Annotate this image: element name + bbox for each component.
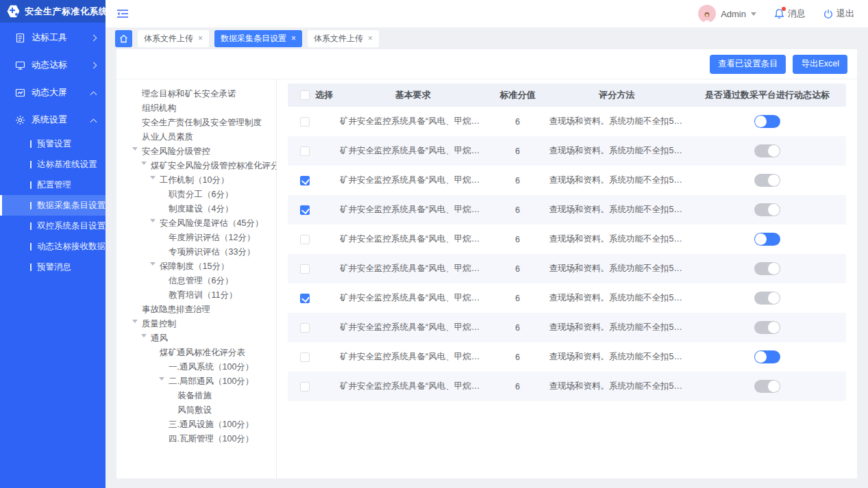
caret-down-icon — [132, 317, 142, 331]
row-checkbox[interactable] — [300, 235, 310, 244]
tab[interactable]: 数据采集条目设置 × — [214, 30, 302, 47]
sidebar-submenu-item[interactable]: 配置管理 — [0, 175, 106, 195]
tree-item[interactable]: 安全风险便是评估（45分） — [116, 216, 276, 231]
tree-item[interactable]: 从业人员素质 — [116, 130, 276, 144]
row-checkbox[interactable] — [300, 264, 310, 274]
messages-button[interactable]: 消息 — [774, 8, 806, 20]
sidebar-submenu-item[interactable]: 达标基准线设置 — [0, 154, 106, 175]
tree-item-label: 安全生产责任制及安全管理制度 — [142, 118, 262, 127]
column-requirement: 基本要求 — [336, 89, 491, 101]
table-row: 矿井安全监控系统具备“风电、甲烷电、故障”闭锁及手... 6 查现场和资料。系统… — [288, 342, 846, 372]
user-menu[interactable]: Admin — [698, 5, 756, 23]
dynamic-toggle[interactable] — [754, 203, 780, 216]
dynamic-toggle[interactable] — [754, 380, 780, 393]
sidebar-submenu-item[interactable]: 预警消息 — [0, 257, 106, 277]
tree-item[interactable]: 信息管理（6分） — [116, 274, 276, 288]
tree-item[interactable]: 制度建设（4分） — [116, 202, 276, 216]
tree-item[interactable]: 教育培训（11分） — [116, 288, 276, 303]
sidebar-item-label: 动态达标 — [32, 59, 85, 71]
dynamic-toggle[interactable] — [754, 174, 780, 187]
tab[interactable]: 体系文件上传 × — [138, 30, 209, 47]
tree-item-label: 装备措施 — [177, 391, 212, 400]
tree-item[interactable]: 三.通风设施（100分） — [116, 418, 276, 432]
sidebar-item-dynamic-dashboard[interactable]: 动态大屏 — [0, 79, 106, 106]
tree-item[interactable]: 煤矿通风标准化评分表 — [116, 346, 276, 360]
dynamic-toggle[interactable] — [754, 115, 780, 128]
chevron-up-icon — [90, 118, 97, 125]
dynamic-toggle[interactable] — [754, 233, 780, 246]
dynamic-toggle[interactable] — [754, 350, 780, 363]
tree-item[interactable]: 二.局部通风（100分） — [116, 374, 276, 389]
export-excel-button[interactable]: 导出Excel — [793, 55, 847, 74]
sidebar-submenu-item[interactable]: 动态达标接收数据 — [0, 236, 106, 257]
tree-item[interactable]: 年度辨识评估（12分） — [116, 231, 276, 245]
sidebar-item-dynamic-standard[interactable]: 动态达标 — [0, 51, 106, 79]
tree-item-label: 年度辨识评估（12分） — [169, 233, 255, 242]
tree-item[interactable]: 专项辨识评估（33分） — [116, 245, 276, 259]
sidebar-item-system-settings[interactable]: 系统设置 — [0, 106, 106, 133]
tree-item[interactable]: 通风 — [116, 331, 276, 346]
tree-item[interactable]: 风筒敷设 — [116, 403, 276, 418]
tree-item[interactable]: 组织机构 — [116, 101, 276, 116]
category-tree: 理念目标和矿长安全承诺 组织机构 安全生产责任制及安全管理制度 从业人员素质 安… — [116, 79, 277, 478]
dynamic-toggle[interactable] — [754, 262, 780, 275]
method-cell: 查现场和资料。系统功能不全扣5分，其他不... — [545, 381, 689, 392]
sidebar-submenu-item[interactable]: 数据采集条目设置 — [0, 195, 106, 216]
row-checkbox[interactable] — [300, 205, 310, 215]
row-checkbox[interactable] — [300, 352, 310, 362]
gear-icon — [15, 115, 25, 125]
tree-item-label: 工作机制（10分） — [160, 175, 229, 185]
caret-down-icon — [751, 12, 756, 18]
tab-label: 体系文件上传 — [314, 33, 363, 44]
tree-item[interactable]: 事故隐患排查治理 — [116, 303, 276, 317]
sidebar-submenu-item[interactable]: 双控系统条目设置 — [0, 216, 106, 236]
close-icon[interactable]: × — [291, 34, 296, 42]
row-checkbox[interactable] — [300, 382, 310, 391]
tree-item-label: 信息管理（6分） — [169, 276, 233, 285]
table-body: 矿井安全监控系统具备“风电、甲烷电、故障”闭锁及手... 6 查现场和资料。系统… — [288, 107, 846, 401]
notification-dot — [782, 7, 786, 11]
tree-item-label: 风筒敷设 — [177, 405, 212, 415]
sidebar-item-label: 达标工具 — [32, 31, 85, 44]
row-checkbox[interactable] — [300, 117, 310, 127]
tree-item-label: 教育培训（11分） — [169, 290, 237, 300]
close-icon[interactable]: × — [368, 34, 373, 42]
row-checkbox[interactable] — [300, 294, 310, 303]
monitor-icon — [15, 60, 25, 70]
close-icon[interactable]: × — [198, 34, 203, 42]
tree-item[interactable]: 质量控制 — [116, 317, 276, 331]
tree-item[interactable]: 一.通风系统（100分） — [116, 360, 276, 374]
tree-item[interactable]: 理念目标和矿长安全承诺 — [116, 87, 276, 101]
tree-item[interactable]: 装备措施 — [116, 389, 276, 403]
tree-item[interactable]: 四.瓦斯管理（100分） — [116, 432, 276, 446]
top-header: Admin 消息 退出 — [106, 0, 868, 27]
dynamic-toggle[interactable] — [754, 292, 780, 305]
tree-item[interactable]: 安全风险分级管控 — [116, 144, 276, 159]
table-row: 矿井安全监控系统具备“风电、甲烷电、故障”闭锁及手... 6 查现场和资料。系统… — [288, 313, 846, 342]
row-checkbox[interactable] — [300, 323, 310, 333]
row-checkbox[interactable] — [300, 146, 310, 156]
messages-label: 消息 — [788, 8, 806, 20]
tab[interactable]: 体系文件上传 × — [308, 30, 379, 47]
tree-item[interactable]: 保障制度（15分） — [116, 259, 276, 274]
tree-item[interactable]: 工作机制（10分） — [116, 173, 276, 188]
sidebar-item-standard-tools[interactable]: 达标工具 — [0, 24, 106, 51]
toggle-knob — [755, 116, 767, 127]
tab-label: 数据采集条目设置 — [221, 33, 286, 44]
sidebar-submenu-item[interactable]: 预警设置 — [0, 133, 106, 154]
row-checkbox[interactable] — [300, 176, 310, 185]
collapse-sidebar-icon[interactable] — [116, 9, 129, 18]
tree-item-label: 专项辨识评估（33分） — [169, 247, 255, 257]
tree-item[interactable]: 煤矿安全风险分级管控标准化评分表 — [116, 159, 276, 173]
dynamic-toggle[interactable] — [754, 144, 780, 157]
logout-button[interactable]: 退出 — [823, 8, 854, 20]
requirement-cell: 矿井安全监控系统具备“风电、甲烷电、故障”闭锁及手... — [336, 175, 491, 186]
tree-item[interactable]: 安全生产责任制及安全管理制度 — [116, 116, 276, 130]
home-tab-button[interactable] — [115, 30, 132, 47]
view-configured-button[interactable]: 查看已设置条目 — [710, 55, 786, 74]
select-all-checkbox[interactable] — [300, 90, 310, 100]
dynamic-toggle[interactable] — [754, 321, 780, 334]
toggle-knob — [768, 292, 780, 304]
tree-item[interactable]: 职责分工（6分） — [116, 188, 276, 202]
sidebar-menu: 达标工具 动态达标 动态大屏 系统设置 — [0, 23, 106, 277]
